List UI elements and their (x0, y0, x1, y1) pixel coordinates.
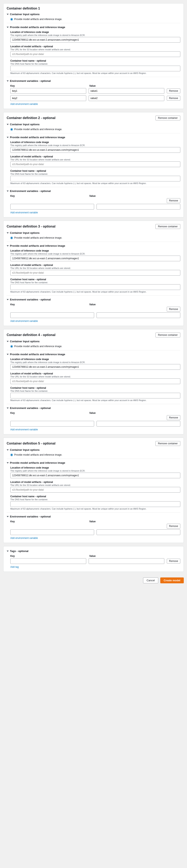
add-env-btn-2[interactable]: Add environment variable (10, 211, 38, 214)
model-artifacts-input-4[interactable] (10, 378, 180, 384)
container-host-input-1[interactable] (10, 66, 180, 71)
inference-code-image-label-5: Location of inference code image (10, 466, 180, 469)
radio-option-4[interactable]: Provide model artifacts and inference im… (10, 345, 180, 348)
env-remove-btn-4-0[interactable]: Remove (167, 415, 180, 420)
container-title-3: Container definition 3 - optional (7, 225, 55, 228)
provide-model-radio-label-4: Provide model artifacts and inference im… (14, 345, 62, 348)
env-value-input-1-0[interactable] (89, 88, 164, 94)
add-env-btn-4[interactable]: Add environment variable (10, 428, 38, 431)
toggle-arrow-icon-ma5 (7, 462, 9, 464)
create-model-button[interactable]: Create model (160, 578, 184, 583)
model-artifacts-toggle-5[interactable]: Provide model artifacts and inference im… (7, 461, 180, 464)
provide-model-radio-5[interactable] (10, 454, 13, 456)
env-vars-toggle-1[interactable]: Environment variables - optional (7, 80, 180, 83)
container-input-options-toggle-1[interactable]: Container Input options (7, 13, 180, 16)
provide-model-radio-4[interactable] (10, 345, 13, 348)
divider-3a (7, 242, 180, 242)
tags-remove-btn-0[interactable]: Remove (167, 559, 180, 563)
env-remove-btn-1-1[interactable]: Remove (167, 96, 180, 101)
model-artifacts-input-2[interactable] (10, 161, 180, 167)
env-value-input-2-0[interactable] (97, 204, 180, 210)
add-tag-btn[interactable]: Add tag (10, 565, 19, 568)
env-key-input-1-0[interactable] (10, 88, 86, 94)
inference-code-image-label-4: Location of inference code image (10, 358, 180, 361)
model-artifacts-input-1[interactable] (10, 51, 180, 57)
env-value-input-5-0[interactable] (97, 529, 180, 535)
radio-option-5[interactable]: Provide model artifacts and inference im… (10, 454, 180, 456)
env-value-input-3-0[interactable] (97, 312, 180, 318)
toggle-arrow-icon-c5 (7, 450, 9, 451)
env-key-input-5-0[interactable] (10, 529, 94, 535)
model-artifacts-group-4: Location of model artifacts - optional T… (10, 372, 180, 384)
model-artifacts-content-4: Location of inference code image The reg… (7, 358, 180, 401)
env-key-input-2-0[interactable] (10, 204, 94, 210)
container-host-desc-4: The DNS host Name for the container. (10, 390, 180, 392)
add-env-btn-3[interactable]: Add environment variable (10, 320, 38, 322)
env-vars-toggle-3[interactable]: Environment variables - optional (7, 298, 180, 301)
env-vars-content-4: Key Value Remove Add environment variabl… (7, 411, 180, 431)
env-key-input-1-1[interactable] (10, 95, 86, 101)
add-env-btn-1[interactable]: Add environment variable (10, 103, 38, 105)
env-vars-toggle-5[interactable]: Environment variables - optional (7, 515, 180, 518)
toggle-arrow-env-icon-1 (7, 81, 9, 82)
remove-container-btn-4[interactable]: Remove container (155, 333, 180, 337)
remove-container-btn-2[interactable]: Remove container (155, 116, 180, 120)
inference-code-image-input-4[interactable] (10, 364, 180, 370)
provide-model-radio-3[interactable] (10, 237, 13, 239)
inference-code-image-input-3[interactable] (10, 256, 180, 261)
env-value-input-4-0[interactable] (97, 421, 180, 427)
model-artifacts-toggle-1[interactable]: Provide model artifacts and inference im… (7, 26, 180, 29)
remove-container-btn-3[interactable]: Remove container (155, 224, 180, 229)
tags-value-input-0[interactable] (89, 558, 164, 564)
cancel-button[interactable]: Cancel (143, 578, 158, 583)
model-artifacts-input-3[interactable] (10, 270, 180, 276)
env-remove-btn-1-0[interactable]: Remove (167, 89, 180, 93)
tags-key-input-0[interactable] (10, 558, 86, 564)
toggle-arrow-icon-ma3 (7, 245, 9, 247)
env-value-input-1-1[interactable] (89, 95, 164, 101)
container-input-options-toggle-3[interactable]: Container Input options (7, 231, 180, 235)
container-host-desc2-3: Maximum of 63 alphanumeric characters. C… (10, 290, 180, 293)
input-options-content-3: Provide model artifacts and inference im… (7, 237, 180, 239)
env-remove-btn-2-0[interactable]: Remove (167, 198, 180, 203)
divider-4a (7, 350, 180, 350)
provide-model-radio-2[interactable] (10, 128, 13, 131)
env-remove-btn-5-0[interactable]: Remove (167, 524, 180, 529)
model-artifacts-desc-3: The URL for the S3 location where model … (10, 267, 180, 269)
env-vars-toggle-4[interactable]: Environment variables - optional (7, 406, 180, 409)
provide-model-radio-1[interactable] (10, 18, 13, 21)
model-artifacts-label-2: Location of model artifacts - optional (10, 155, 180, 158)
env-header-row-3: Key Value (10, 303, 180, 306)
container-header-5: Container definition 5 - optional Remove… (7, 441, 180, 446)
model-artifacts-toggle-4[interactable]: Provide model artifacts and inference im… (7, 353, 180, 356)
inference-code-image-input-5[interactable] (10, 473, 180, 478)
remove-container-btn-5[interactable]: Remove container (155, 441, 180, 446)
container-host-input-3[interactable] (10, 284, 180, 290)
env-vars-label-3: Environment variables - optional (10, 298, 51, 301)
inference-code-image-input-1[interactable] (10, 37, 180, 43)
env-key-input-4-0[interactable] (10, 421, 94, 427)
radio-option-2[interactable]: Provide model artifacts and inference im… (10, 128, 180, 131)
toggle-arrow-icon-c4 (7, 341, 9, 342)
container-host-input-2[interactable] (10, 176, 180, 181)
container-host-input-5[interactable] (10, 501, 180, 507)
env-vars-toggle-2[interactable]: Environment variables - optional (7, 189, 180, 192)
input-options-label-2: Container Input options (10, 123, 40, 126)
env-key-input-3-0[interactable] (10, 312, 94, 318)
radio-option-1[interactable]: Provide model artifacts and inference im… (10, 18, 180, 21)
radio-option-3[interactable]: Provide model artifacts and inference im… (10, 237, 180, 239)
tags-toggle[interactable]: Tags - optional (7, 550, 180, 553)
model-artifacts-toggle-3[interactable]: Provide model artifacts and inference im… (7, 244, 180, 247)
model-artifacts-toggle-2[interactable]: Provide model artifacts and inference im… (7, 136, 180, 139)
toggle-arrow-icon-2 (7, 27, 9, 28)
container-input-options-toggle-4[interactable]: Container Input options (7, 340, 180, 343)
container-host-input-4[interactable] (10, 393, 180, 398)
provide-model-radio-label-3: Provide model artifacts and inference im… (14, 237, 62, 239)
model-artifacts-input-5[interactable] (10, 487, 180, 493)
env-remove-btn-3-0[interactable]: Remove (167, 307, 180, 312)
add-env-btn-5[interactable]: Add environment variable (10, 537, 38, 539)
container-input-options-toggle-5[interactable]: Container Input options (7, 448, 180, 452)
inference-code-image-input-2[interactable] (10, 147, 180, 153)
container-input-options-toggle-2[interactable]: Container Input options (7, 123, 180, 126)
model-artifacts-group-5: Location of model artifacts - optional T… (10, 481, 180, 493)
